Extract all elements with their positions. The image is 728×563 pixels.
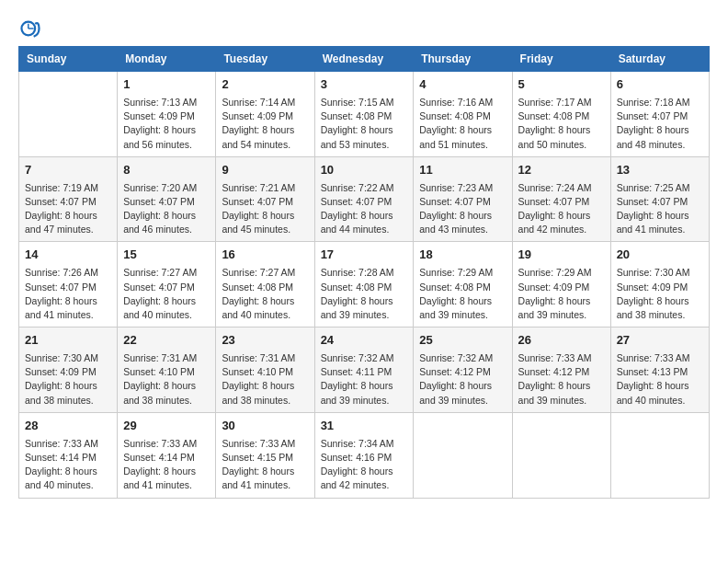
day-info: Sunrise: 7:13 AM Sunset: 4:09 PM Dayligh… [123, 96, 210, 152]
day-info: Sunrise: 7:19 AM Sunset: 4:07 PM Dayligh… [25, 181, 111, 237]
calendar-cell: 3Sunrise: 7:15 AM Sunset: 4:08 PM Daylig… [314, 72, 414, 157]
calendar-cell: 27Sunrise: 7:33 AM Sunset: 4:13 PM Dayli… [610, 327, 709, 413]
column-header-friday: Friday [512, 47, 610, 72]
day-number: 9 [222, 162, 308, 179]
day-number: 25 [419, 332, 506, 350]
day-info: Sunrise: 7:33 AM Sunset: 4:12 PM Dayligh… [518, 351, 605, 408]
calendar-cell: 26Sunrise: 7:33 AM Sunset: 4:12 PM Dayli… [512, 327, 610, 413]
day-number: 11 [419, 162, 506, 179]
calendar-cell: 7Sunrise: 7:19 AM Sunset: 4:07 PM Daylig… [19, 156, 118, 242]
calendar-cell: 6Sunrise: 7:18 AM Sunset: 4:07 PM Daylig… [610, 72, 709, 157]
day-info: Sunrise: 7:32 AM Sunset: 4:11 PM Dayligh… [321, 351, 408, 408]
calendar-cell [414, 412, 512, 498]
calendar-cell: 14Sunrise: 7:26 AM Sunset: 4:07 PM Dayli… [19, 242, 118, 327]
column-header-tuesday: Tuesday [216, 47, 314, 72]
day-number: 20 [617, 247, 703, 264]
calendar-cell: 20Sunrise: 7:30 AM Sunset: 4:09 PM Dayli… [610, 242, 709, 327]
column-header-sunday: Sunday [19, 47, 118, 72]
day-info: Sunrise: 7:33 AM Sunset: 4:14 PM Dayligh… [123, 437, 210, 493]
day-info: Sunrise: 7:17 AM Sunset: 4:08 PM Dayligh… [518, 96, 605, 152]
calendar-cell: 21Sunrise: 7:30 AM Sunset: 4:09 PM Dayli… [19, 327, 118, 413]
calendar-cell: 8Sunrise: 7:20 AM Sunset: 4:07 PM Daylig… [118, 156, 216, 242]
day-info: Sunrise: 7:33 AM Sunset: 4:13 PM Dayligh… [617, 351, 703, 408]
calendar-cell: 10Sunrise: 7:22 AM Sunset: 4:07 PM Dayli… [314, 156, 414, 242]
calendar-week-row: 21Sunrise: 7:30 AM Sunset: 4:09 PM Dayli… [19, 327, 710, 413]
day-info: Sunrise: 7:28 AM Sunset: 4:08 PM Dayligh… [321, 266, 408, 322]
calendar-cell: 24Sunrise: 7:32 AM Sunset: 4:11 PM Dayli… [314, 327, 414, 413]
day-number: 30 [222, 418, 308, 435]
calendar-cell: 12Sunrise: 7:24 AM Sunset: 4:07 PM Dayli… [512, 156, 610, 242]
day-info: Sunrise: 7:30 AM Sunset: 4:09 PM Dayligh… [25, 351, 111, 408]
day-info: Sunrise: 7:27 AM Sunset: 4:07 PM Dayligh… [123, 266, 210, 322]
calendar-cell: 5Sunrise: 7:17 AM Sunset: 4:08 PM Daylig… [512, 72, 610, 157]
day-number: 4 [419, 76, 506, 94]
day-info: Sunrise: 7:34 AM Sunset: 4:16 PM Dayligh… [321, 437, 408, 493]
day-info: Sunrise: 7:21 AM Sunset: 4:07 PM Dayligh… [222, 181, 308, 237]
day-number: 29 [123, 418, 210, 435]
calendar-cell: 15Sunrise: 7:27 AM Sunset: 4:07 PM Dayli… [118, 242, 216, 327]
calendar-cell: 19Sunrise: 7:29 AM Sunset: 4:09 PM Dayli… [512, 242, 610, 327]
calendar-cell: 9Sunrise: 7:21 AM Sunset: 4:07 PM Daylig… [216, 156, 314, 242]
day-info: Sunrise: 7:32 AM Sunset: 4:12 PM Dayligh… [419, 351, 506, 408]
column-header-saturday: Saturday [610, 47, 709, 72]
day-info: Sunrise: 7:30 AM Sunset: 4:09 PM Dayligh… [617, 266, 703, 322]
calendar-cell: 29Sunrise: 7:33 AM Sunset: 4:14 PM Dayli… [118, 412, 216, 498]
day-number: 14 [25, 247, 111, 264]
day-number: 18 [419, 247, 506, 264]
calendar-cell [610, 412, 709, 498]
calendar-cell: 23Sunrise: 7:31 AM Sunset: 4:10 PM Dayli… [216, 327, 314, 413]
day-number: 23 [222, 332, 308, 350]
day-info: Sunrise: 7:14 AM Sunset: 4:09 PM Dayligh… [222, 96, 308, 152]
calendar-cell: 22Sunrise: 7:31 AM Sunset: 4:10 PM Dayli… [118, 327, 216, 413]
day-info: Sunrise: 7:33 AM Sunset: 4:15 PM Dayligh… [222, 437, 308, 493]
calendar-table: SundayMondayTuesdayWednesdayThursdayFrid… [18, 46, 710, 499]
calendar-cell [512, 412, 610, 498]
day-number: 1 [123, 76, 210, 94]
general-blue-icon [20, 18, 40, 39]
calendar-cell: 4Sunrise: 7:16 AM Sunset: 4:08 PM Daylig… [414, 72, 512, 157]
day-number: 3 [321, 76, 408, 94]
day-info: Sunrise: 7:18 AM Sunset: 4:07 PM Dayligh… [617, 96, 703, 152]
calendar-cell: 30Sunrise: 7:33 AM Sunset: 4:15 PM Dayli… [216, 412, 314, 498]
day-info: Sunrise: 7:26 AM Sunset: 4:07 PM Dayligh… [25, 266, 111, 322]
calendar-cell: 31Sunrise: 7:34 AM Sunset: 4:16 PM Dayli… [314, 412, 414, 498]
calendar-header-row: SundayMondayTuesdayWednesdayThursdayFrid… [19, 47, 710, 72]
day-number: 7 [25, 162, 111, 179]
calendar-cell: 1Sunrise: 7:13 AM Sunset: 4:09 PM Daylig… [118, 72, 216, 157]
day-number: 6 [617, 76, 703, 94]
day-info: Sunrise: 7:27 AM Sunset: 4:08 PM Dayligh… [222, 266, 308, 322]
calendar-cell [19, 72, 118, 157]
day-info: Sunrise: 7:25 AM Sunset: 4:07 PM Dayligh… [617, 181, 703, 237]
column-header-monday: Monday [118, 47, 216, 72]
day-number: 10 [321, 162, 408, 179]
calendar-cell: 28Sunrise: 7:33 AM Sunset: 4:14 PM Dayli… [19, 412, 118, 498]
day-number: 2 [222, 76, 308, 94]
calendar-cell: 25Sunrise: 7:32 AM Sunset: 4:12 PM Dayli… [414, 327, 512, 413]
day-number: 5 [518, 76, 605, 94]
column-header-wednesday: Wednesday [314, 47, 414, 72]
day-info: Sunrise: 7:31 AM Sunset: 4:10 PM Dayligh… [123, 351, 210, 408]
day-info: Sunrise: 7:22 AM Sunset: 4:07 PM Dayligh… [321, 181, 408, 237]
calendar-cell: 17Sunrise: 7:28 AM Sunset: 4:08 PM Dayli… [314, 242, 414, 327]
day-info: Sunrise: 7:29 AM Sunset: 4:09 PM Dayligh… [518, 266, 605, 322]
day-number: 17 [321, 247, 408, 264]
calendar-week-row: 1Sunrise: 7:13 AM Sunset: 4:09 PM Daylig… [19, 72, 710, 157]
calendar-cell: 16Sunrise: 7:27 AM Sunset: 4:08 PM Dayli… [216, 242, 314, 327]
day-number: 8 [123, 162, 210, 179]
day-info: Sunrise: 7:20 AM Sunset: 4:07 PM Dayligh… [123, 181, 210, 237]
day-number: 16 [222, 247, 308, 264]
day-number: 27 [617, 332, 703, 350]
day-number: 21 [25, 332, 111, 350]
day-number: 22 [123, 332, 210, 350]
day-number: 13 [617, 162, 703, 179]
day-info: Sunrise: 7:24 AM Sunset: 4:07 PM Dayligh… [518, 181, 605, 237]
calendar-cell: 18Sunrise: 7:29 AM Sunset: 4:08 PM Dayli… [414, 242, 512, 327]
day-number: 26 [518, 332, 605, 350]
day-number: 12 [518, 162, 605, 179]
day-info: Sunrise: 7:31 AM Sunset: 4:10 PM Dayligh… [222, 351, 308, 408]
page-header [18, 18, 710, 39]
day-info: Sunrise: 7:33 AM Sunset: 4:14 PM Dayligh… [25, 437, 111, 493]
day-number: 31 [321, 418, 408, 435]
calendar-week-row: 14Sunrise: 7:26 AM Sunset: 4:07 PM Dayli… [19, 242, 710, 327]
column-header-thursday: Thursday [414, 47, 512, 72]
